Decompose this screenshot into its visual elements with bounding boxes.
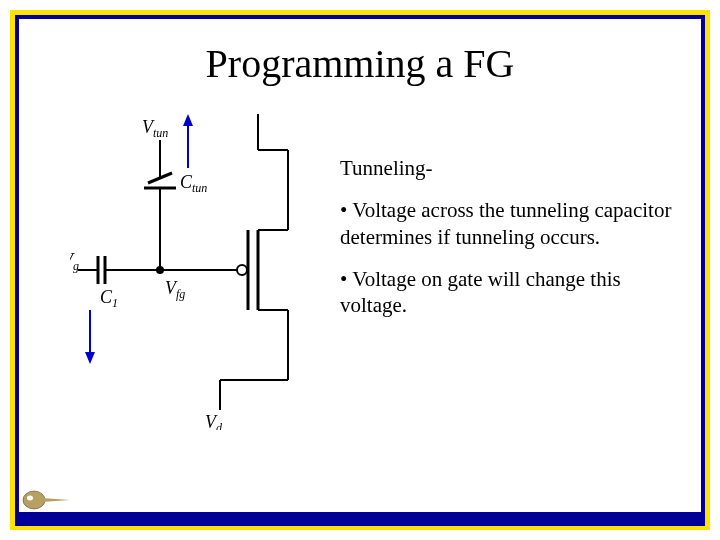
svg-text:Ctun: Ctun: [180, 172, 207, 195]
svg-text:C1: C1: [100, 287, 118, 310]
c1-sub: 1: [112, 296, 118, 310]
arrow-up-icon: [183, 114, 193, 168]
vfg-sub: fg: [176, 287, 185, 301]
vtun-sub: tun: [153, 126, 168, 140]
vd-sub: d: [216, 421, 223, 430]
bottom-bar-inner: [15, 512, 705, 526]
svg-text:Vtun: Vtun: [142, 117, 168, 140]
vg-sub: g: [73, 259, 79, 273]
logo-icon: [22, 488, 72, 512]
circuit-diagram: Vtun Ctun Vg C1 Vfg Vd: [70, 110, 340, 430]
arrow-down-icon: [85, 310, 95, 364]
svg-text:Vfg: Vfg: [165, 278, 185, 301]
ctun-sub: tun: [192, 181, 207, 195]
svg-point-32: [27, 496, 33, 501]
svg-point-31: [23, 491, 45, 509]
svg-text:Vg: Vg: [70, 250, 79, 273]
svg-text:Vd: Vd: [205, 412, 223, 430]
slide-title: Programming a FG: [0, 40, 720, 87]
bullet-1: • Voltage across the tunneling capacitor…: [340, 197, 680, 250]
bullet-2: • Voltage on gate will change this volta…: [340, 266, 680, 319]
slide: Programming a FG: [0, 0, 720, 540]
svg-marker-33: [42, 498, 70, 502]
tunneling-heading: Tunneling-: [340, 155, 680, 181]
svg-marker-1: [183, 114, 193, 126]
svg-point-13: [237, 265, 247, 275]
svg-marker-24: [85, 352, 95, 364]
svg-point-8: [156, 266, 164, 274]
text-block: Tunneling- • Voltage across the tunnelin…: [340, 155, 680, 334]
